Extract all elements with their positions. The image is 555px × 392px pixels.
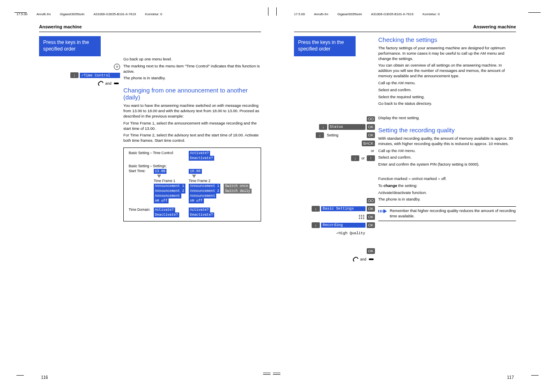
- ok-key: OK: [367, 214, 375, 220]
- changing-p3: For Time Frame 2, select the advisory te…: [123, 133, 261, 143]
- activate-deact: Activate/deactivate function.: [378, 190, 516, 196]
- svg-rect-6: [359, 218, 360, 219]
- down-arrow-key: ↓: [351, 155, 359, 161]
- am-menu-icon: [367, 116, 375, 122]
- select-confirm-1: Select and confirm.: [378, 88, 516, 93]
- diag-activate-2a: Activate?: [154, 208, 175, 212]
- changing-p1: You want to have the answering machine s…: [123, 103, 261, 119]
- diag-tf1: Time Frame 1: [154, 179, 176, 183]
- page-right: 17.5.00 Anrufb.fm Gigaset3035isdn A31008…: [278, 0, 555, 392]
- svg-rect-1: [361, 215, 362, 216]
- hdr-docid: A31008-G3035-B101-6-7619: [93, 12, 136, 16]
- hdr-product-r: Gigaset3035isdn: [337, 12, 362, 16]
- changing-p2: For Time Frame 1, select the announcemen…: [123, 121, 261, 131]
- quality-heading: Setting the recording quality: [378, 127, 516, 134]
- page-number-right: 117: [507, 375, 514, 380]
- or-label-2: or: [361, 156, 365, 160]
- ok-key: OK: [367, 132, 375, 138]
- high-quality-item: ✓High Quality: [335, 231, 375, 236]
- hook-off-icon: [368, 256, 375, 262]
- svg-rect-2: [363, 215, 364, 216]
- down-arrow-key: ↓: [319, 124, 327, 130]
- diag-ann2-b: Announcement 2: [189, 189, 220, 194]
- and-label: and: [104, 81, 112, 85]
- svg-rect-3: [359, 217, 360, 217]
- status-item: Status: [328, 124, 365, 130]
- diag-activate-1: Activate?: [189, 151, 210, 156]
- diag-deactivate-2b: Deactivate?: [189, 212, 214, 217]
- setting-item: Setting: [325, 133, 365, 138]
- down-arrow-key: ↓: [70, 72, 79, 78]
- diag-t2: 18.00: [189, 169, 202, 174]
- svg-rect-5: [363, 217, 364, 217]
- down-arrow-key: ↓: [312, 206, 320, 212]
- hook-on-icon: [352, 256, 358, 262]
- hook-off-icon: [113, 81, 120, 86]
- header-left: 17.5.00 Anrufb.fm Gigaset3035isdn A31008…: [16, 12, 261, 16]
- down-arrow-key: ↓: [316, 132, 324, 138]
- diag-switch-once: Switch once: [224, 184, 249, 189]
- svg-rect-8: [363, 218, 364, 219]
- check-p2: You can obtain an overview of all settin…: [378, 63, 516, 78]
- to-change: To change the setting:: [378, 183, 516, 189]
- diag-ann1-b: Announcement 1: [189, 184, 220, 189]
- diag-amoff-a: AM off: [154, 198, 169, 203]
- hdr-file-r: Anrufb.fm: [314, 12, 328, 16]
- diag-ann-a: Announcement: [154, 194, 181, 198]
- display-next: Display the next setting.: [378, 115, 516, 121]
- page-number-left: 116: [41, 375, 48, 380]
- call-am-1: Call up the AM menu.: [378, 81, 516, 86]
- diag-row1-label: Basic Setting – Time Control:: [127, 150, 187, 161]
- go-back-text: Go back up one menu level.: [123, 57, 261, 62]
- ok-key: OK: [367, 124, 375, 130]
- page-left: 17.5.00 Anrufb.fm Gigaset3035isdn A31008…: [0, 0, 278, 392]
- diag-tf2: Time Frame 2: [189, 179, 210, 183]
- ok-key: OK: [367, 222, 375, 228]
- time-control-item: ✓Time Control: [80, 73, 120, 78]
- diag-switch-daily: Switch daily: [224, 189, 251, 194]
- call-am-2: Call up the AM menu.: [378, 148, 516, 154]
- ok-key: OK: [367, 206, 375, 212]
- svg-rect-0: [359, 215, 360, 216]
- time-control-diagram: Basic Setting – Time Control: Activate? …: [123, 148, 261, 221]
- hdr-korr-r: Korrektur: 0: [423, 12, 440, 16]
- back-key: BACK: [362, 141, 375, 146]
- svg-rect-4: [361, 217, 362, 217]
- select-req: Select the required setting.: [378, 95, 516, 100]
- am-menu-icon: [367, 198, 375, 203]
- section-title-left: Answering machine: [39, 24, 261, 29]
- section-title-right: Answering machine: [294, 24, 516, 29]
- basic-settings-item: Basic Settings: [321, 206, 365, 211]
- down-triangle-icon: [157, 175, 161, 178]
- changing-heading: Changing from one announcement to anothe…: [123, 87, 261, 101]
- mark-note: The marking next to the menu item "Time …: [123, 64, 261, 74]
- note-text: Remember that higher recording quality r…: [390, 208, 516, 219]
- note-box: Remember that higher recording quality r…: [378, 206, 516, 221]
- or-label-1: or: [370, 149, 375, 153]
- hdr-date-r: 17.5.00: [294, 12, 305, 16]
- and-label-r: and: [359, 257, 367, 261]
- diag-activate-2b: Activate?: [189, 208, 210, 212]
- diag-start-time: Start Time:: [127, 168, 152, 183]
- ok-key: OK: [367, 248, 375, 254]
- recording-item: Recording: [321, 223, 365, 228]
- diag-ann2-a: Announcement 2: [154, 189, 185, 194]
- check-p1: The factory settings of your answering m…: [378, 46, 516, 61]
- select-confirm-2: Select and confirm.: [378, 155, 516, 160]
- checking-heading: Checking the settings: [378, 36, 516, 43]
- hdr-korr: Korrektur: 0: [145, 12, 162, 16]
- hook-on-icon: [97, 81, 103, 86]
- enter-pin: Enter and confirm the system PIN (factor…: [378, 162, 516, 167]
- up-arrow-key: ↑: [367, 155, 375, 161]
- hdr-file: Anrufb.fm: [37, 12, 51, 16]
- diag-amoff-b: AM off: [189, 198, 204, 203]
- standby-r: The phone is in standby.: [378, 197, 516, 202]
- hdr-date: 17.5.00: [16, 12, 28, 16]
- hdr-product: Gigaset3035isdn: [60, 12, 84, 16]
- down-triangle-icon: [192, 175, 196, 178]
- press-keys-band-left: Press the keys in the specified order: [39, 36, 101, 56]
- diag-deactivate-1: Deactivate?: [189, 156, 214, 161]
- header-right: 17.5.00 Anrufb.fm Gigaset3035isdn A31008…: [294, 12, 539, 16]
- diag-ann1-a: Announcement 1: [154, 184, 185, 189]
- diag-row2-label: Basic Setting – Settings:: [127, 164, 253, 168]
